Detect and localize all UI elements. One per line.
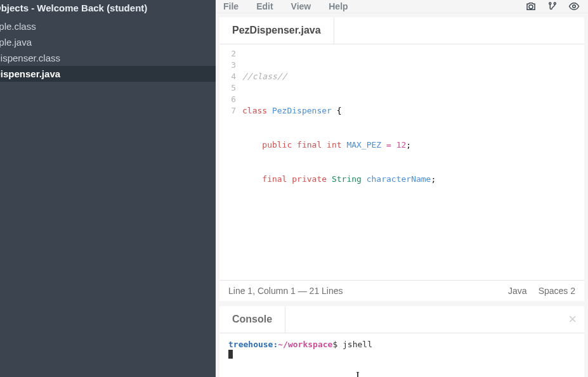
editor: PezDispenser.java 2 3 4 5 6 7 //class// … [219,17,584,301]
file-item-active[interactable]: Dispenser.java [0,66,216,82]
terminal-path: ~/workspace [278,340,332,349]
menu-file[interactable]: File [223,1,238,11]
eye-icon[interactable] [568,0,580,13]
sidebar-title: Objects - Welcome Back (student) [0,0,216,18]
terminal[interactable]: treehouse:~/workspace$ jshell I [219,333,584,377]
file-item[interactable]: Dispenser.class [0,50,216,66]
sidebar: Objects - Welcome Back (student) nple.cl… [0,0,216,377]
terminal-host: treehouse: [228,340,278,349]
terminal-command: jshell [343,340,372,349]
menu-help[interactable]: Help [329,1,348,11]
statusbar: Line 1, Column 1 — 21 Lines Java Spaces … [219,280,584,301]
gutter: 2 3 4 5 6 7 [219,48,242,276]
file-item[interactable]: nple.java [0,34,216,50]
console-tabbar: Console × [219,306,584,333]
status-language[interactable]: Java [508,286,527,296]
status-position: Line 1, Column 1 — 21 Lines [228,286,343,296]
close-icon[interactable]: × [568,311,577,328]
editor-tabbar: PezDispenser.java [219,17,584,44]
menu-view[interactable]: View [291,1,311,11]
editor-tab[interactable]: PezDispenser.java [219,17,334,44]
status-indent[interactable]: Spaces 2 [539,286,575,296]
text-caret-icon: I [356,370,360,377]
terminal-cursor [228,350,233,359]
file-item[interactable]: nple.class [0,18,216,34]
menubar: File Edit View Help [216,0,588,13]
main-area: File Edit View Help PezDispenser.java 2 … [216,0,588,377]
branch-icon[interactable] [546,0,559,13]
menu-edit[interactable]: Edit [256,1,273,11]
console: Console × treehouse:~/workspace$ jshell … [219,306,584,377]
console-tab[interactable]: Console [219,306,285,333]
code-area[interactable]: 2 3 4 5 6 7 //class// class PezDispenser… [219,44,584,280]
code-lines[interactable]: //class// class PezDispenser { public fi… [242,48,584,276]
camera-icon[interactable] [525,0,537,13]
